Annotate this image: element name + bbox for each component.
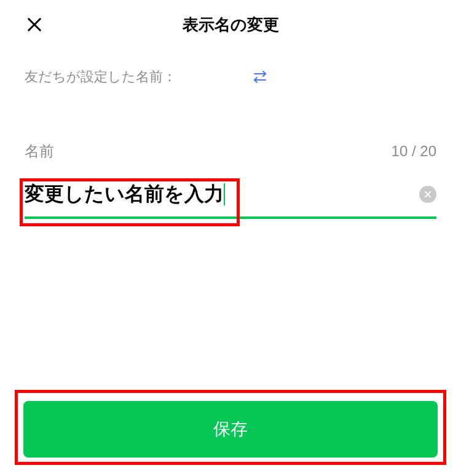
clear-button[interactable] <box>419 186 436 203</box>
close-button[interactable] <box>25 15 44 34</box>
sync-button[interactable] <box>253 69 267 84</box>
page-title: 表示名の変更 <box>25 14 436 36</box>
name-input-wrapper[interactable]: 変更したい名前を入力 <box>25 172 436 219</box>
char-count: 10 / 20 <box>392 143 436 160</box>
swap-icon <box>253 69 267 84</box>
form-section: 名前 10 / 20 変更したい名前を入力 <box>0 141 461 219</box>
label-row: 名前 10 / 20 <box>25 141 436 161</box>
close-icon <box>26 16 43 33</box>
clear-icon <box>424 190 432 199</box>
header: 表示名の変更 <box>0 0 461 49</box>
name-input[interactable]: 変更したい名前を入力 <box>25 172 436 216</box>
save-button[interactable]: 保存 <box>23 401 438 458</box>
name-label: 名前 <box>25 141 54 161</box>
text-cursor <box>224 183 225 205</box>
friend-name-label: 友だちが設定した名前： <box>25 68 176 86</box>
save-button-label: 保存 <box>213 418 248 441</box>
name-input-text: 変更したい名前を入力 <box>25 181 224 208</box>
friend-name-row: 友だちが設定した名前： <box>0 49 461 92</box>
